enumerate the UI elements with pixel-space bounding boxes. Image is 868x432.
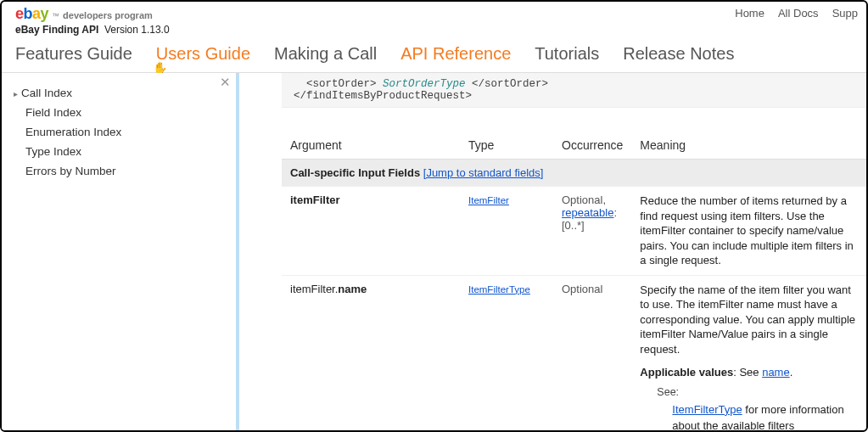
top-utility-nav: Home All Docs Supp	[735, 5, 858, 20]
tab-release-notes[interactable]: Release Notes	[623, 44, 734, 64]
section-header-row: Call-specific Input Fields [Jump to stan…	[282, 159, 866, 186]
table-row: itemFilter ItemFilter Optional,repeatabl…	[282, 186, 866, 275]
tab-making-a-call[interactable]: Making a Call	[274, 44, 377, 64]
brand: ebay™ developers program eBay Finding AP…	[15, 5, 170, 36]
repeatable-link[interactable]: repeatable	[562, 206, 613, 219]
trademark: ™	[52, 12, 59, 21]
type-link-itemfilter[interactable]: ItemFilter	[468, 195, 509, 205]
top-link-home[interactable]: Home	[735, 7, 764, 20]
tab-tutorials[interactable]: Tutorials	[535, 44, 599, 64]
tab-api-reference[interactable]: API Reference	[400, 44, 511, 64]
api-title-line: eBay Finding API Version 1.13.0	[15, 24, 170, 36]
sidebar-item-field-index[interactable]: Field Index	[14, 103, 227, 122]
name-link[interactable]: name	[762, 366, 790, 379]
sidebar-item-errors-by-number[interactable]: Errors by Number	[14, 161, 227, 181]
top-link-all-docs[interactable]: All Docs	[778, 7, 819, 20]
col-argument: Argument	[282, 132, 460, 160]
ebay-logo: ebay	[15, 5, 48, 24]
sidebar-item-enumeration-index[interactable]: Enumeration Index	[14, 122, 227, 142]
arg-itemfilter: itemFilter	[290, 194, 340, 206]
table-row: itemFilter.name ItemFilterType Optional …	[282, 275, 866, 432]
top-link-support[interactable]: Supp	[832, 7, 858, 20]
tab-features-guide[interactable]: Features Guide	[15, 44, 132, 64]
col-occurrence: Occurrence	[553, 132, 631, 160]
jump-to-standard-fields-link[interactable]: [Jump to standard fields]	[423, 166, 544, 179]
col-type: Type	[460, 132, 553, 160]
arguments-table: Argument Type Occurrence Meaning Call-sp…	[282, 132, 866, 432]
occurrence-cell: Optional	[553, 275, 631, 432]
arg-itemfilter-name: itemFilter.name	[282, 275, 460, 432]
sidebar-item-call-index[interactable]: Call Index	[14, 83, 227, 103]
sidebar: ✕ Call Index Field Index Enumeration Ind…	[2, 73, 239, 432]
sidebar-item-type-index[interactable]: Type Index	[14, 142, 227, 161]
see-link-itemfiltertype[interactable]: ItemFilterType	[672, 403, 742, 416]
occurrence-cell: Optional,repeatable: [0..*]	[553, 186, 631, 275]
close-icon[interactable]: ✕	[220, 75, 231, 90]
primary-nav: Features Guide Users Guide Making a Call…	[2, 36, 866, 72]
meaning-cell: Specify the name of the item filter you …	[631, 275, 866, 432]
col-meaning: Meaning	[631, 132, 866, 160]
type-link-itemfiltertype[interactable]: ItemFilterType	[468, 284, 530, 295]
code-sample: <sortOrder> SortOrderType </sortOrder> <…	[282, 73, 866, 108]
meaning-cell: Reduce the number of items returned by a…	[631, 186, 866, 275]
developers-program-label: developers program	[63, 10, 153, 21]
content-area: <sortOrder> SortOrderType </sortOrder> <…	[239, 73, 866, 432]
tab-users-guide[interactable]: Users Guide	[156, 44, 250, 64]
